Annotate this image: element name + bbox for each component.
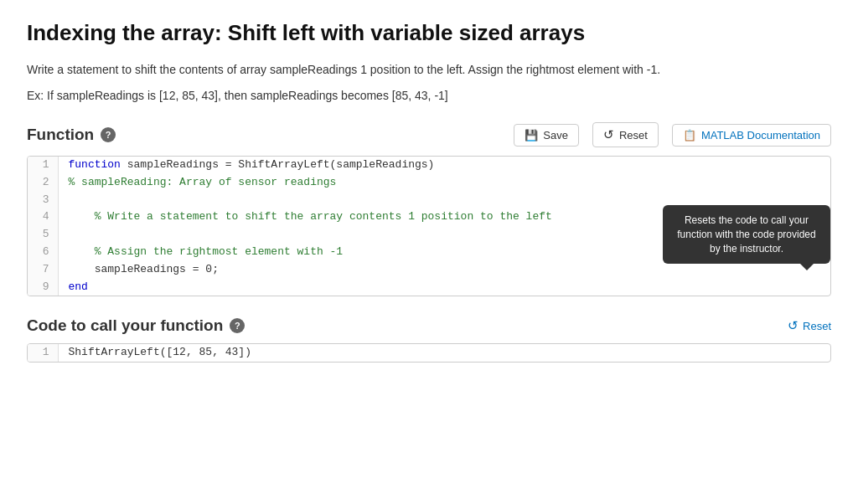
line-code[interactable]: end [58, 279, 830, 296]
line-number: 9 [28, 279, 58, 296]
tooltip-text: Resets the code to call your function wi… [677, 214, 815, 255]
save-button[interactable]: 💾 Save [514, 124, 579, 147]
keyword-end: end [69, 280, 88, 293]
page-title: Indexing the array: Shift left with vari… [27, 20, 831, 46]
call-code-table: 1 ShiftArrayLeft([12, 85, 43]) [28, 344, 830, 362]
description: Write a statement to shift the contents … [27, 61, 831, 79]
function-section-header: Function ? 💾 Save ↺ Reset 📋 MATLAB Docum… [27, 122, 831, 147]
example: Ex: If sampleReadings is [12, 85, 43], t… [27, 89, 831, 102]
line-number: 1 [28, 157, 58, 174]
reset-button[interactable]: ↺ Reset [592, 122, 659, 147]
table-row: 1 ShiftArrayLeft([12, 85, 43]) [28, 344, 830, 362]
matlab-icon: 📋 [683, 129, 696, 141]
keyword-function: function [69, 158, 121, 171]
comment-text: % Write a statement to shift the array c… [69, 210, 552, 223]
line-number: 4 [28, 208, 58, 226]
comment-text: % sampleReading: Array of sensor reading… [69, 176, 337, 188]
call-reset-button[interactable]: ↺ Reset [788, 318, 831, 333]
table-row: 9 end [28, 279, 830, 296]
reset-tooltip: Resets the code to call your function wi… [663, 205, 830, 264]
comment-text: % Assign the rightmost element with -1 [69, 245, 344, 258]
function-toolbar: 💾 Save ↺ Reset 📋 MATLAB Documentation [514, 122, 831, 147]
line-number: 1 [28, 344, 58, 362]
call-section-title: Code to call your function ? [27, 316, 245, 335]
line-code[interactable]: ShiftArrayLeft([12, 85, 43]) [58, 344, 830, 362]
table-row: 2 % sampleReading: Array of sensor readi… [28, 174, 830, 192]
call-label: Code to call your function [27, 316, 223, 335]
matlab-doc-button[interactable]: 📋 MATLAB Documentation [672, 124, 831, 147]
call-help-icon[interactable]: ? [230, 318, 245, 333]
call-reset-icon: ↺ [788, 318, 799, 333]
function-section-title: Function ? [27, 126, 116, 144]
reset-label: Reset [619, 129, 648, 141]
call-code-editor[interactable]: 1 ShiftArrayLeft([12, 85, 43]) [27, 343, 831, 363]
line-code[interactable]: % sampleReading: Array of sensor reading… [58, 174, 830, 192]
line-code[interactable]: function sampleReadings = ShiftArrayLeft… [58, 157, 830, 174]
call-reset-label: Reset [803, 320, 831, 332]
matlab-label: MATLAB Documentation [701, 129, 820, 141]
line-number: 2 [28, 174, 58, 192]
line-number: 6 [28, 244, 58, 261]
save-icon: 💾 [525, 129, 538, 141]
function-label: Function [27, 126, 94, 144]
reset-icon: ↺ [603, 127, 614, 142]
line-number: 3 [28, 192, 58, 209]
function-help-icon[interactable]: ? [101, 127, 116, 142]
function-code-editor[interactable]: 1 function sampleReadings = ShiftArrayLe… [27, 156, 831, 296]
line-number: 5 [28, 226, 58, 244]
line-number: 7 [28, 261, 58, 279]
table-row: 1 function sampleReadings = ShiftArrayLe… [28, 157, 830, 174]
call-section-header: Code to call your function ? ↺ Reset [27, 316, 831, 335]
save-label: Save [543, 129, 568, 141]
